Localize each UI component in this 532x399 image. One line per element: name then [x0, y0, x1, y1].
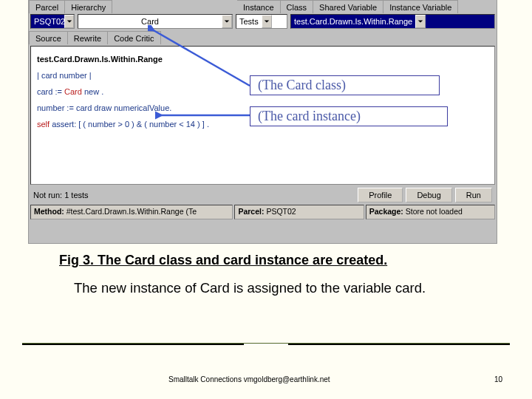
code-line-1: test.Card.Drawn.Is.Within.Range	[37, 51, 488, 67]
tab-class[interactable]: Class	[280, 0, 314, 13]
protocol-combo[interactable]: Tests	[236, 14, 287, 29]
tab-shared-variable[interactable]: Shared Variable	[313, 0, 383, 13]
top-tabs-row-2: Source Rewrite Code Critic	[29, 30, 497, 44]
info-row: Method: #test.Card.Drawn.Is.Within.Range…	[29, 204, 497, 220]
status-bar: Not run: 1 tests Profile Debug Run	[29, 186, 497, 204]
tab-source[interactable]: Source	[29, 31, 68, 44]
protocol-combo-value: Tests	[236, 17, 262, 26]
class-combo-value: Card	[78, 17, 222, 26]
tab-hierarchy[interactable]: Hierarchy	[64, 0, 112, 13]
profile-button[interactable]: Profile	[358, 188, 403, 202]
footer-rule	[22, 343, 510, 344]
status-text: Not run: 1 tests	[33, 191, 355, 200]
parcel-combo[interactable]: PSQT02	[30, 14, 75, 29]
run-button[interactable]: Run	[455, 188, 492, 202]
slide: Parcel Hierarchy Instance Class Shared V…	[0, 0, 532, 399]
tab-rewrite[interactable]: Rewrite	[67, 31, 108, 44]
package-info: Package: Store not loaded	[366, 205, 495, 219]
tab-instance[interactable]: Instance	[237, 0, 281, 13]
combo-row: PSQT02 Card Tests test.Card.Drawn.Is.Wit…	[29, 13, 497, 30]
dropdown-arrow-icon[interactable]	[415, 15, 426, 28]
tab-instance-variable[interactable]: Instance Variable	[383, 0, 458, 13]
parcel-info: Parcel: PSQT02	[234, 205, 364, 219]
dropdown-arrow-icon[interactable]	[222, 15, 232, 28]
tab-parcel[interactable]: Parcel	[29, 0, 65, 13]
footer-credit: Smalltalk Connections vmgoldberg@earthli…	[168, 375, 330, 383]
figure-caption: Fig 3. The Card class and card instance …	[59, 253, 387, 268]
debug-button[interactable]: Debug	[406, 188, 451, 202]
callout-card-class: (The Card class)	[250, 75, 440, 95]
parcel-combo-value: PSQT02	[31, 17, 64, 26]
dropdown-arrow-icon[interactable]	[64, 15, 74, 28]
top-tabs-row-1: Parcel Hierarchy Instance Class Shared V…	[29, 0, 497, 13]
page-number: 10	[494, 375, 502, 383]
class-combo[interactable]: Card	[78, 14, 233, 29]
callout-card-instance: (The card instance)	[250, 106, 448, 126]
tab-code-critic[interactable]: Code Critic	[107, 31, 160, 44]
figure-body-text: The new instance of Card is assigned to …	[74, 279, 473, 297]
method-combo-value: test.Card.Drawn.Is.Within.Range	[291, 17, 415, 26]
method-info: Method: #test.Card.Drawn.Is.Within.Range…	[30, 205, 233, 219]
method-combo[interactable]: test.Card.Drawn.Is.Within.Range	[290, 14, 495, 29]
dropdown-arrow-icon[interactable]	[262, 15, 272, 28]
